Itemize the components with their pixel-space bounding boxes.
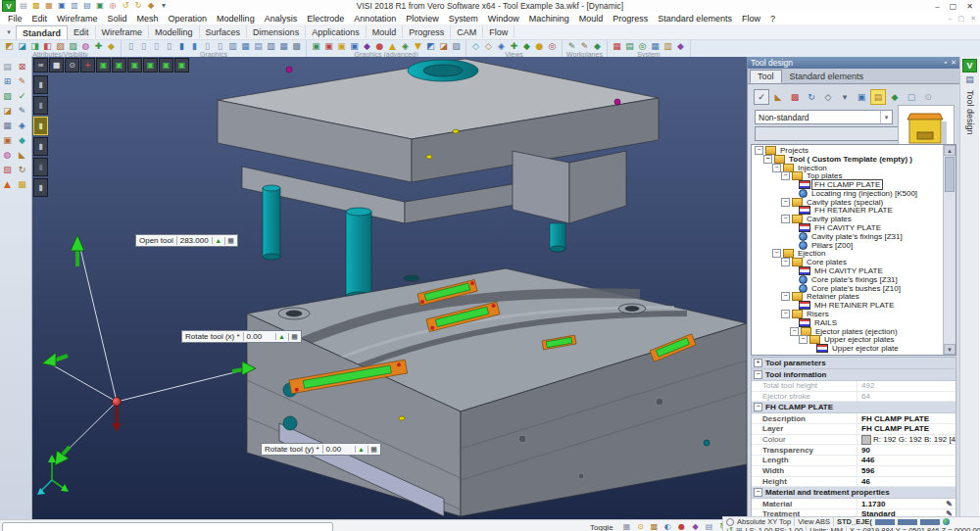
menu-system[interactable]: System	[444, 14, 483, 24]
confirm-icon[interactable]: ✓	[754, 89, 769, 105]
menu-annotation[interactable]: Annotation	[349, 14, 401, 24]
tree-item-label[interactable]: FH CAVITY PLATE	[812, 223, 883, 232]
property-value[interactable]: 1.1730✎	[858, 500, 956, 508]
active-layer[interactable]: STD_EJE(	[837, 517, 872, 526]
minimize-button[interactable]: –	[935, 2, 939, 11]
view-button[interactable]: ▣	[143, 58, 158, 72]
sidebar-icon[interactable]: ✎	[15, 104, 29, 119]
tree-item[interactable]: MH RETAINER PLATE	[752, 301, 956, 310]
doc-restore-button[interactable]: ▢	[958, 15, 965, 23]
sidebar-icon[interactable]: ⊞	[0, 74, 15, 89]
toolbar-tab-mould[interactable]: Mould	[367, 25, 404, 38]
property-value[interactable]: 492	[858, 381, 956, 390]
collapse-icon[interactable]: −	[799, 335, 808, 344]
status-icon[interactable]: ●	[676, 521, 687, 531]
sidebar-icon[interactable]: ◣	[15, 148, 29, 163]
ribbon-icon[interactable]: ▥	[662, 40, 674, 52]
tree-item-label[interactable]: Cavity plates (special)	[805, 198, 885, 207]
sidebar-icon[interactable]: ◆	[15, 133, 29, 148]
tree-item[interactable]: RAILS	[752, 318, 956, 327]
property-row[interactable]: Width596	[752, 466, 956, 477]
rotate-y-value[interactable]: 0.00	[322, 445, 355, 454]
ribbon-icon[interactable]: ▥	[265, 40, 277, 52]
property-row[interactable]: Total tool height492	[752, 381, 956, 392]
ribbon-icon[interactable]: ▣	[335, 40, 348, 52]
view-button[interactable]: ≡	[33, 58, 48, 72]
tree-item[interactable]: Pillars [Z00]	[752, 241, 956, 250]
apply-icon[interactable]: ▲	[275, 333, 288, 340]
property-value[interactable]: 46	[858, 477, 956, 486]
shading-button[interactable]: ▮	[33, 158, 48, 176]
view-button[interactable]: ▣	[112, 58, 126, 72]
cube-view-arrow-icon[interactable]: ▾	[837, 89, 853, 105]
status-icon[interactable]: ◆	[690, 521, 701, 531]
tree-item-label[interactable]: Upper ejector plates	[822, 335, 897, 344]
sidebar-icon[interactable]: ▤	[0, 60, 15, 74]
tree-item-label[interactable]: Core plates	[805, 258, 849, 266]
menu-progress[interactable]: Progress	[608, 14, 653, 24]
expand-icon[interactable]: +	[754, 359, 762, 367]
ribbon-icon[interactable]: ▮	[175, 40, 188, 52]
tree-item[interactable]: −Injection	[752, 164, 956, 172]
collapse-icon[interactable]: −	[772, 249, 781, 258]
tree-item[interactable]: Upper ejector plate	[752, 344, 956, 353]
tree-item[interactable]: Core plate's bushes [Z10]	[752, 284, 956, 293]
ribbon-icon[interactable]: ◆	[674, 40, 687, 52]
tree-item-label[interactable]: Core plate's fixings [Z31]	[809, 275, 900, 284]
coord-mode[interactable]: Absolute XY Top	[737, 517, 791, 526]
command-input[interactable]	[2, 522, 333, 531]
quick-access-icon[interactable]: ▾	[158, 1, 170, 12]
sidebar-icon[interactable]: ▲	[0, 177, 15, 192]
sidebar-icon[interactable]: ✓	[15, 89, 29, 104]
tree-item-label[interactable]: Upper ejector plate	[830, 344, 901, 353]
menu-edit[interactable]: Edit	[27, 14, 53, 24]
scroll-down-icon[interactable]: ▼	[944, 344, 956, 355]
view-button[interactable]: +	[80, 58, 95, 72]
key-icon[interactable]: ◆	[887, 89, 903, 105]
tree-item[interactable]: −Retainer plates	[752, 293, 956, 302]
ribbon-icon[interactable]: ◇	[482, 40, 495, 52]
rotate-y-field[interactable]: Rotate tool (y) * 0.00 ▲ ▦	[261, 443, 381, 456]
tree-item-label[interactable]: MH RETAINER PLATE	[812, 301, 897, 310]
ribbon-icon[interactable]: ▯	[137, 40, 150, 52]
maximize-button[interactable]: ▢	[950, 2, 957, 11]
status-icon[interactable]: ⊙	[635, 521, 646, 531]
shading-button[interactable]: ▮	[33, 96, 48, 115]
quick-access-icon[interactable]: ▩	[30, 1, 42, 12]
pin-icon[interactable]: ▪	[945, 59, 947, 67]
units-label[interactable]: Units: MM	[809, 526, 843, 531]
sidebar-icon[interactable]: ◪	[0, 104, 15, 119]
visi-logo-icon[interactable]: V	[962, 59, 977, 72]
tree-item[interactable]: −Ejection	[752, 250, 956, 259]
collapse-icon[interactable]: −	[763, 155, 772, 164]
shading-button[interactable]: ▮	[33, 178, 48, 197]
property-row[interactable]: ColourR: 192 G: 192 B: 192 [4]	[752, 435, 956, 446]
menu-mould[interactable]: Mould	[574, 14, 609, 24]
menu-standard-elements[interactable]: Standard elements	[653, 14, 737, 24]
toolbar-tab-dimensions[interactable]: Dimensions	[247, 25, 306, 38]
options-icon[interactable]: ▦	[288, 333, 301, 341]
document-icon[interactable]: ▢	[904, 89, 919, 105]
toolbar-tab-progress[interactable]: Progress	[403, 25, 451, 38]
printer-icon[interactable]: ▤	[965, 75, 974, 84]
menu-?[interactable]: ?	[765, 14, 780, 24]
menu-mesh[interactable]: Mesh	[132, 14, 164, 24]
collapse-icon[interactable]: −	[755, 146, 763, 155]
collapse-icon[interactable]: −	[781, 258, 790, 266]
status-icon[interactable]: ◐	[662, 521, 673, 531]
sidebar-icon[interactable]: ◈	[15, 119, 29, 133]
apply-icon[interactable]: ▲	[355, 446, 368, 453]
apply-icon[interactable]: ▲	[212, 237, 224, 244]
menu-electrode[interactable]: Electrode	[302, 14, 349, 24]
property-row[interactable]: Ejector stroke64	[752, 392, 956, 403]
tree-item[interactable]: FH CLAMP PLATE	[752, 180, 956, 189]
toggle-label[interactable]: Toggle	[590, 523, 613, 531]
property-value[interactable]: FH CLAMP PLATE	[858, 424, 956, 433]
tree-item[interactable]: Cavity plate's fixings [Z31]	[752, 232, 956, 241]
quick-access-icon[interactable]: ↺	[120, 1, 131, 12]
tree-item-label[interactable]: Cavity plates	[805, 215, 854, 223]
sidebar-icon[interactable]: ◍	[0, 148, 15, 163]
tree-scrollbar[interactable]: ▲ ▼	[943, 145, 956, 355]
sidebar-icon[interactable]: ▧	[0, 163, 15, 177]
tree-item[interactable]: −Cavity plates	[752, 215, 956, 223]
